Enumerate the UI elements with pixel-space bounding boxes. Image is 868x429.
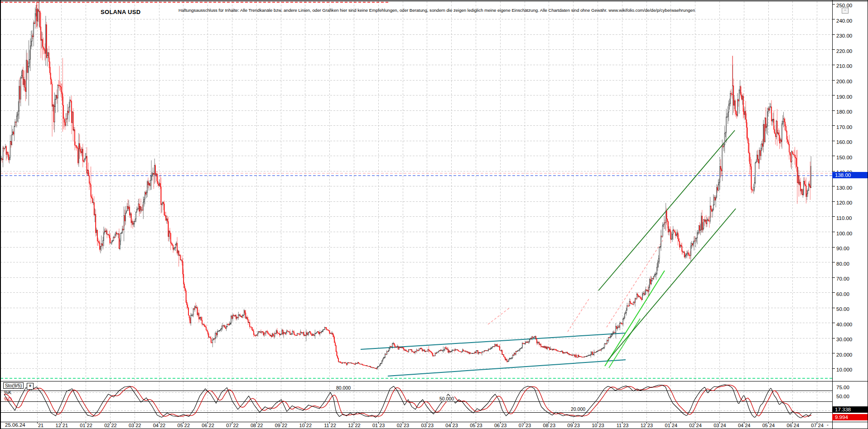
candle-bodies-down — [2, 10, 810, 369]
reference-lines — [0, 2, 832, 378]
x-tick-label: 0223 — [389, 423, 416, 428]
x-tick-label: 0523 — [462, 423, 489, 428]
x-tick-label: 0722 — [218, 423, 246, 428]
price-tick-label: 30.000 — [836, 337, 852, 342]
x-tick-label: 0324 — [706, 423, 733, 428]
price-tick-label: 200.00 — [836, 79, 852, 84]
x-tick-label: 0624 — [779, 423, 806, 428]
x-tick-label: 0222 — [96, 423, 124, 428]
price-tick-label: 70.00 — [836, 276, 849, 281]
x-tick-label: 0823 — [535, 423, 563, 428]
price-tick-label: 10.000 — [836, 367, 852, 372]
price-tick-label: 80.00 — [836, 261, 849, 267]
x-tick-label: 0822 — [243, 423, 270, 428]
price-tick-label: 230.00 — [836, 33, 852, 38]
price-tick-label: 110.00 — [836, 215, 852, 221]
grid-layer — [0, 1, 832, 421]
chart-title: SOLANA USD — [101, 9, 140, 15]
price-tick-label: 240.00 — [836, 18, 852, 24]
price-tick-label: 130.00 — [836, 185, 852, 191]
x-tick-label: 0623 — [487, 423, 514, 428]
price-tick-label: 20.000 — [836, 352, 852, 358]
x-tick-label: 0224 — [682, 423, 709, 428]
disclaimer-text: Haftungsausschluss für Inhalte: Alle Tre… — [178, 8, 695, 13]
axis-end-dash: - — [827, 422, 829, 427]
candle-wicks-down — [2, 2, 810, 369]
x-tick-label: 1023 — [584, 423, 611, 428]
x-tick-label: 0322 — [121, 423, 148, 428]
indicator-label-button[interactable]: Sto(9/5) — [3, 382, 24, 389]
x-tick-label: 0124 — [657, 423, 685, 428]
sto-right-tick-label: 50.00 — [836, 394, 849, 399]
price-tick-label: 210.00 — [836, 63, 852, 69]
price-tick-label: 190.00 — [836, 94, 852, 100]
k-legend: %K — [4, 390, 11, 395]
x-tick-label: 0923 — [560, 423, 587, 428]
add-indicator-button[interactable]: + — [27, 383, 34, 390]
sto-level-inline-label: 50.000 — [439, 396, 454, 401]
price-tick-label: 170.00 — [836, 124, 852, 130]
candle-bodies-up — [1, 10, 811, 369]
price-tick-label: 180.00 — [836, 109, 852, 114]
x-tick-label: 1223 — [633, 423, 660, 428]
x-tick-label: 0423 — [438, 423, 465, 428]
x-tick-label: 0123 — [365, 423, 392, 428]
x-tick-label: 0424 — [730, 423, 757, 428]
x-tick-label: 0522 — [170, 423, 197, 428]
price-tick-label: 40.000 — [836, 322, 852, 327]
x-tick-label: 0622 — [194, 423, 222, 428]
trend-lines — [361, 130, 736, 376]
collapse-pane-icon[interactable]: − — [842, 8, 849, 14]
date-stamp: 25.06.24 — [5, 422, 25, 428]
special-wicks — [37, 2, 733, 86]
sto-level-inline-label: 20.000 — [570, 406, 586, 412]
candle-wicks-up — [1, 0, 811, 370]
x-tick-label: 1123 — [608, 423, 636, 428]
price-tick-label: 150.00 — [836, 155, 852, 160]
x-tick-label: 0422 — [145, 423, 173, 428]
x-tick-label: 1222 — [340, 423, 367, 428]
price-tick-label: 160.00 — [836, 139, 852, 145]
price-tick-label: 100.00 — [836, 231, 852, 236]
x-tick-label: 1221 — [48, 423, 75, 428]
price-tick-label: 50.00 — [836, 306, 849, 312]
price-tick-label: 90.00 — [836, 246, 849, 251]
d-value-badge: 9.994 — [832, 414, 868, 420]
sto-right-tick-label: 75.00 — [836, 385, 849, 390]
price-tick-label: 250.00 — [836, 3, 852, 8]
current-price-badge: 138.00 — [832, 172, 868, 178]
sto-level-inline-label: 80.000 — [336, 385, 351, 391]
x-tick-label: 21 — [24, 423, 51, 428]
candlestick-chart-canvas — [0, 0, 868, 429]
x-tick-label: 0122 — [72, 423, 100, 428]
x-tick-label: 1122 — [316, 423, 343, 428]
d-legend: %D — [4, 396, 12, 402]
k-value-badge: 17.338 — [832, 406, 868, 413]
price-tick-label: 220.00 — [836, 48, 852, 54]
x-tick-label: 0922 — [267, 423, 294, 428]
chart-window: SOLANA USD Haftungsausschluss für Inhalt… — [0, 0, 868, 429]
sto-level-lines — [0, 391, 832, 412]
x-tick-label: 0524 — [755, 423, 782, 428]
x-tick-label: 0723 — [511, 423, 538, 428]
price-tick-label: 60.00 — [836, 291, 849, 297]
x-tick-label: 1022 — [292, 423, 319, 428]
price-tick-label: 120.00 — [836, 200, 852, 205]
x-tick-label: 0323 — [414, 423, 441, 428]
